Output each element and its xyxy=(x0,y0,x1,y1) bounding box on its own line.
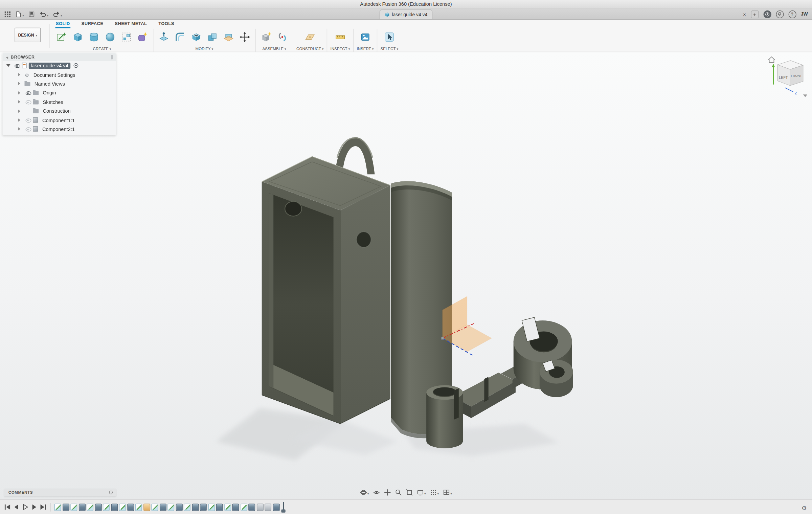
expander-icon[interactable] xyxy=(17,82,22,85)
node-label[interactable]: Named Views xyxy=(32,81,67,87)
create-sketch-icon[interactable] xyxy=(54,29,69,45)
joint-icon[interactable] xyxy=(275,29,290,45)
timeline-feature-icon[interactable] xyxy=(248,504,255,511)
expander-icon[interactable] xyxy=(17,118,22,121)
box-icon[interactable] xyxy=(70,29,85,45)
workspace-tab[interactable]: TOOLS xyxy=(158,21,175,28)
undo-icon[interactable] xyxy=(39,9,49,19)
inspect-menu[interactable]: INSPECT xyxy=(331,45,350,52)
timeline-feature-icon[interactable] xyxy=(273,504,279,511)
node-label[interactable]: Component2:1 xyxy=(40,126,77,132)
insert-canvas-icon[interactable] xyxy=(358,29,373,45)
node-label[interactable]: Component1:1 xyxy=(40,117,77,124)
notifications-icon[interactable] xyxy=(776,10,784,18)
split-body-icon[interactable] xyxy=(221,29,236,45)
redo-icon[interactable] xyxy=(53,9,62,19)
timeline-feature-icon[interactable] xyxy=(216,504,223,511)
timeline-feature-icon[interactable] xyxy=(232,504,239,511)
insert-menu[interactable]: INSERT xyxy=(357,45,374,52)
new-tab-icon[interactable]: + xyxy=(751,10,759,18)
activate-radio-icon[interactable] xyxy=(73,63,78,68)
file-icon[interactable] xyxy=(15,9,24,19)
combine-icon[interactable] xyxy=(205,29,220,45)
browser-row[interactable]: laser guide v4 v4 xyxy=(3,61,116,70)
timeline-feature-icon[interactable] xyxy=(240,504,247,511)
timeline-playhead[interactable] xyxy=(283,502,284,512)
node-label[interactable]: Construction xyxy=(41,108,73,114)
move-copy-icon[interactable] xyxy=(238,29,252,45)
timeline-feature-icon[interactable] xyxy=(54,504,61,511)
3d-canvas[interactable]: ◀ BROWSER laser guide v4 v4 xyxy=(0,52,812,499)
new-component-icon[interactable] xyxy=(259,29,273,45)
browser-row[interactable]: Named Views xyxy=(3,79,116,88)
zoom-icon[interactable] xyxy=(395,489,402,495)
timeline-feature-icon[interactable] xyxy=(167,504,174,511)
expander-icon[interactable] xyxy=(17,128,22,131)
visibility-eye-icon[interactable] xyxy=(24,90,32,96)
timeline-feature-icon[interactable] xyxy=(87,504,93,511)
3d-viewport[interactable] xyxy=(0,52,812,499)
timeline-settings-gear-icon[interactable] xyxy=(802,502,807,512)
fillet-icon[interactable] xyxy=(173,29,187,45)
close-tab-icon[interactable]: × xyxy=(743,11,746,17)
comments-bar[interactable]: COMMENTS xyxy=(4,488,116,496)
user-avatar[interactable]: JW xyxy=(801,12,808,17)
expander-icon[interactable] xyxy=(17,73,22,76)
node-label[interactable]: Sketches xyxy=(41,99,65,105)
timeline-feature-icon[interactable] xyxy=(176,504,182,511)
display-settings-icon[interactable] xyxy=(417,488,426,497)
collapse-panel-icon[interactable]: ◀ xyxy=(6,55,8,59)
timeline-feature-icon[interactable] xyxy=(265,504,271,511)
timeline-feature-icon[interactable] xyxy=(224,504,231,511)
timeline-feature-icon[interactable] xyxy=(143,504,150,511)
browser-row[interactable]: Construction xyxy=(3,107,116,116)
expander-icon[interactable] xyxy=(17,109,22,112)
offset-plane-icon[interactable] xyxy=(303,29,317,45)
viewcube-menu-icon[interactable] xyxy=(803,94,807,97)
timeline-feature-icon[interactable] xyxy=(62,504,69,511)
select-cursor-icon[interactable] xyxy=(382,29,397,45)
create-menu[interactable]: CREATE xyxy=(54,45,150,52)
construct-menu[interactable]: CONSTRUCT xyxy=(296,45,323,52)
step-forward-icon[interactable] xyxy=(31,504,38,510)
browser-row[interactable]: Origin xyxy=(3,88,116,97)
workspace-tab[interactable]: SURFACE xyxy=(81,21,104,28)
timeline-feature-icon[interactable] xyxy=(159,504,166,511)
visibility-eye-icon[interactable] xyxy=(14,63,21,69)
look-at-icon[interactable] xyxy=(373,489,380,495)
save-icon[interactable] xyxy=(28,11,35,18)
timeline-feature-icon[interactable] xyxy=(135,504,142,511)
expander-icon[interactable] xyxy=(17,100,22,104)
comments-indicator-icon[interactable] xyxy=(109,490,113,494)
go-to-end-icon[interactable] xyxy=(40,504,46,510)
help-icon[interactable]: ? xyxy=(788,10,796,18)
panel-handle-icon[interactable] xyxy=(111,55,113,60)
step-back-icon[interactable] xyxy=(13,504,20,510)
timeline-feature-icon[interactable] xyxy=(111,504,118,511)
assemble-menu[interactable]: ASSEMBLE xyxy=(259,45,290,52)
modify-menu[interactable]: MODIFY xyxy=(157,45,252,52)
timeline-feature-icon[interactable] xyxy=(70,504,77,511)
expander-icon[interactable] xyxy=(6,64,11,67)
create-form-icon[interactable] xyxy=(135,29,150,45)
node-label[interactable]: Origin xyxy=(41,90,58,96)
measure-icon[interactable] xyxy=(333,29,347,45)
node-label[interactable]: Document Settings xyxy=(31,71,77,78)
shell-icon[interactable] xyxy=(189,29,203,45)
timeline-feature-icon[interactable] xyxy=(200,504,207,511)
timeline-feature-icon[interactable] xyxy=(103,504,110,511)
timeline-feature-icon[interactable] xyxy=(127,504,134,511)
visibility-eye-icon[interactable] xyxy=(24,126,32,132)
grid-settings-icon[interactable] xyxy=(430,488,439,497)
document-tab[interactable]: laser guide v4 v4 xyxy=(379,9,432,19)
browser-row[interactable]: Document Settings xyxy=(3,70,116,79)
timeline-feature-icon[interactable] xyxy=(192,504,199,511)
model-bodies[interactable] xyxy=(262,137,573,448)
viewports-icon[interactable] xyxy=(443,488,452,497)
workspace-selector-button[interactable]: DESIGN xyxy=(15,28,41,42)
sphere-icon[interactable] xyxy=(103,29,117,45)
timeline-feature-icon[interactable] xyxy=(95,504,102,511)
timeline-feature-icon[interactable] xyxy=(78,504,85,511)
browser-row[interactable]: Component1:1 xyxy=(3,115,116,125)
pattern-icon[interactable] xyxy=(119,29,134,45)
